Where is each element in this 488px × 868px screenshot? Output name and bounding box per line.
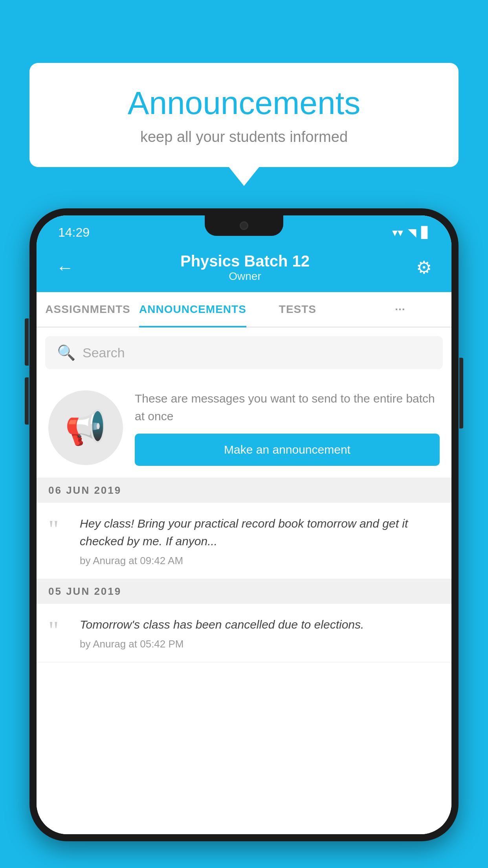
announcement-meta-2: by Anurag at 05:42 PM <box>80 638 440 650</box>
side-btn-left2 <box>25 377 29 425</box>
intro-section: Announcements keep all your students inf… <box>29 63 459 167</box>
promo-icon-circle: 📢 <box>48 390 123 465</box>
search-icon: 🔍 <box>57 344 75 361</box>
announcement-text-1: Hey class! Bring your practical record b… <box>80 515 440 550</box>
app-bar: ← Physics Batch 12 Owner ⚙ <box>37 245 451 292</box>
bubble-title: Announcements <box>53 85 435 121</box>
camera-dot <box>240 221 248 230</box>
settings-icon[interactable]: ⚙ <box>416 257 432 278</box>
tab-assignments[interactable]: ASSIGNMENTS <box>37 292 139 327</box>
wifi-icon: ▾▾ <box>392 226 403 239</box>
status-icons: ▾▾ ◥ ▊ <box>392 226 430 239</box>
bubble-subtitle: keep all your students informed <box>53 129 435 145</box>
speech-bubble: Announcements keep all your students inf… <box>29 63 459 167</box>
tab-announcements[interactable]: ANNOUNCEMENTS <box>139 292 246 327</box>
quote-icon-1: " <box>48 517 70 542</box>
content-area: 🔍 Search 📢 These are messages you want t… <box>37 327 451 834</box>
tab-tests[interactable]: TESTS <box>246 292 349 327</box>
megaphone-icon: 📢 <box>65 408 106 447</box>
announcement-content-1: Hey class! Bring your practical record b… <box>80 515 440 567</box>
app-bar-center: Physics Batch 12 Owner <box>74 252 416 283</box>
announcement-content-2: Tomorrow's class has been cancelled due … <box>80 616 440 650</box>
promo-right: These are messages you want to send to t… <box>135 390 440 466</box>
battery-icon: ▊ <box>421 226 430 239</box>
promo-description: These are messages you want to send to t… <box>135 390 440 425</box>
quote-icon-2: " <box>48 618 70 643</box>
announcement-meta-1: by Anurag at 09:42 AM <box>80 555 440 567</box>
signal-icon: ◥ <box>408 226 416 239</box>
app-bar-subtitle: Owner <box>74 270 416 283</box>
side-btn-left <box>25 318 29 366</box>
date-separator-2: 05 JUN 2019 <box>37 579 451 604</box>
tab-more[interactable]: ··· <box>349 292 451 327</box>
make-announcement-button[interactable]: Make an announcement <box>135 434 440 466</box>
date-separator-1: 06 JUN 2019 <box>37 478 451 503</box>
search-placeholder-text: Search <box>83 345 125 360</box>
announcement-text-2: Tomorrow's class has been cancelled due … <box>80 616 440 633</box>
phone-notch <box>205 215 283 236</box>
back-button[interactable]: ← <box>56 257 74 278</box>
phone-outer: 14:29 ▾▾ ◥ ▊ ← Physics Batch 12 Owner ⚙ <box>29 208 459 841</box>
phone-mockup: 14:29 ▾▾ ◥ ▊ ← Physics Batch 12 Owner ⚙ <box>29 208 459 868</box>
side-btn-right <box>459 358 463 428</box>
tab-bar: ASSIGNMENTS ANNOUNCEMENTS TESTS ··· <box>37 292 451 327</box>
app-bar-title: Physics Batch 12 <box>74 252 416 270</box>
announcement-item-2[interactable]: " Tomorrow's class has been cancelled du… <box>37 604 451 662</box>
promo-card: 📢 These are messages you want to send to… <box>37 378 451 478</box>
announcement-item-1[interactable]: " Hey class! Bring your practical record… <box>37 503 451 579</box>
search-bar[interactable]: 🔍 Search <box>45 336 443 369</box>
status-time: 14:29 <box>58 225 90 240</box>
phone-screen: 14:29 ▾▾ ◥ ▊ ← Physics Batch 12 Owner ⚙ <box>37 215 451 834</box>
